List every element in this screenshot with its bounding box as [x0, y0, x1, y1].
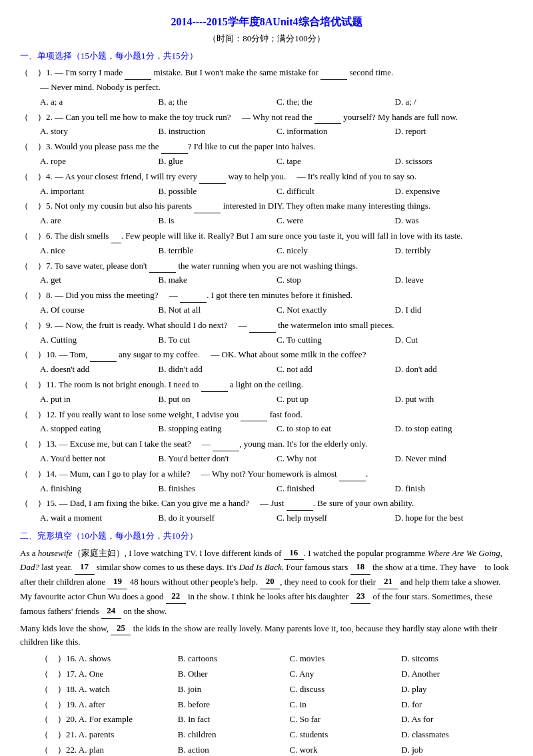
q17-paren: （ ） [40, 667, 66, 681]
q11-optC: C. put up [276, 393, 395, 407]
question-19: （ ） 19. A. after B. before C. in D. for [20, 698, 513, 712]
q2-line: （ ） 2. — Can you tell me how to make the… [20, 111, 513, 125]
q3-paren: （ ） [20, 140, 46, 154]
q6-optD: D. terribly [395, 244, 514, 258]
question-7: （ ） 7. To save water, please don't the w… [20, 259, 513, 288]
q21-optC: C. students [290, 728, 402, 742]
q17-optC: C. Any [290, 667, 402, 681]
q10-optA: A. doesn't add [40, 363, 159, 377]
q13-optD: D. Never mind [395, 452, 514, 466]
q13-optA: A. You'd better not [40, 452, 159, 466]
question-5: （ ） 5. Not only my cousin but also his p… [20, 199, 513, 228]
q9-optA: A. Cutting [40, 333, 159, 347]
cloze-p2: Many kids love the show, 25 the kids in … [20, 623, 497, 647]
q2-options: A. story B. instruction C. information D… [40, 125, 513, 139]
question-14: （ ） 14. — Mum, can I go to play for a wh… [20, 467, 513, 496]
q16-optB: B. cartoons [178, 652, 290, 666]
main-title: 2014----2015学年度8AUnit4综合培优试题 [20, 13, 513, 31]
question-4: （ ） 4. — As your closest friend, I will … [20, 170, 513, 199]
q18-optB: B. join [178, 683, 290, 697]
q21-paren: （ ） [40, 728, 66, 742]
q3-optB: B. glue [159, 155, 277, 169]
q8-text: 8. — Did you miss the meeting? — . I got… [46, 289, 352, 303]
q20-paren: （ ） [40, 713, 66, 727]
q6-optB: B. terrible [159, 244, 277, 258]
question-3: （ ） 3. Would you please pass me the ? I'… [20, 140, 513, 169]
q8-optB: B. Not at all [159, 303, 277, 317]
q7-options: A. get B. make C. stop D. leave [40, 273, 513, 287]
q20-optB: B. In fact [178, 713, 290, 727]
q8-optD: D. I did [395, 303, 514, 317]
cloze-passage: As a housewife（家庭主妇）, I love watching TV… [20, 546, 513, 619]
question-18: （ ） 18. A. watch B. join C. discuss D. p… [20, 683, 513, 697]
q6-text: 6. The dish smells . Few people will lik… [46, 229, 462, 243]
q14-line: （ ） 14. — Mum, can I go to play for a wh… [20, 467, 513, 481]
q12-paren: （ ） [20, 408, 46, 422]
q21-optB: B. children [178, 728, 290, 742]
q15-line: （ ） 15. — Dad, I am fixing the bike. Can… [20, 497, 513, 511]
q9-text: 9. — Now, the fruit is ready. What shoul… [46, 319, 394, 333]
question-2: （ ） 2. — Can you tell me how to make the… [20, 111, 513, 139]
q14-options: A. finishing B. finishes C. finished D. … [40, 482, 513, 496]
q1-optB: B. a; the [159, 95, 277, 109]
q4-optC: C. difficult [276, 185, 395, 199]
q6-paren: （ ） [20, 229, 46, 243]
q18-optD: D. play [401, 683, 513, 697]
q6-line: （ ） 6. The dish smells . Few people will… [20, 229, 513, 243]
q1-optD: D. a; / [395, 95, 514, 109]
q22-optD: D. job [401, 743, 513, 756]
q10-paren: （ ） [20, 348, 46, 362]
q8-options: A. Of course B. Not at all C. Not exactl… [40, 303, 513, 317]
q7-optB: B. make [159, 273, 277, 287]
q2-paren: （ ） [20, 111, 46, 125]
q15-text: 15. — Dad, I am fixing the bike. Can you… [46, 497, 414, 511]
q2-text: 2. — Can you tell me how to make the toy… [46, 111, 458, 125]
q3-line: （ ） 3. Would you please pass me the ? I'… [20, 140, 513, 154]
q21-options: （ ） 21. A. parents B. children C. studen… [40, 728, 513, 742]
q5-optB: B. is [159, 214, 277, 228]
question-8: （ ） 8. — Did you miss the meeting? — . I… [20, 289, 513, 317]
question-6: （ ） 6. The dish smells . Few people will… [20, 229, 513, 258]
q2-optD: D. report [395, 125, 514, 139]
q2-optA: A. story [40, 125, 159, 139]
q18-paren: （ ） [40, 683, 66, 697]
q7-optC: C. stop [276, 273, 395, 287]
question-21: （ ） 21. A. parents B. children C. studen… [20, 728, 513, 742]
question-22: （ ） 22. A. plan B. action C. work D. job [20, 743, 513, 756]
q8-paren: （ ） [20, 289, 46, 303]
q19-options: （ ） 19. A. after B. before C. in D. for [40, 698, 513, 712]
q10-optC: C. not add [276, 363, 395, 377]
question-11: （ ） 11. The room is not bright enough. I… [20, 378, 513, 407]
q11-options: A. put in B. put on C. put up D. put wit… [40, 393, 513, 407]
question-1: （ ） 1. — I'm sorry I made mistake. But I… [20, 66, 513, 109]
q5-optA: A. are [40, 214, 159, 228]
sub-title: （时间：80分钟；满分100分） [20, 32, 513, 46]
q10-optB: B. didn't add [159, 363, 277, 377]
q20-optD: D. As for [401, 713, 513, 727]
q10-line: （ ） 10. — Tom, any sugar to my coffee. —… [20, 348, 513, 362]
q16-options: （ ） 16. A. shows B. cartoons C. movies D… [40, 652, 513, 666]
q5-optD: D. was [395, 214, 514, 228]
q7-text: 7. To save water, please don't the water… [46, 259, 358, 273]
question-12: （ ） 12. If you really want to lose some … [20, 408, 513, 437]
q6-options: A. nice B. terrible C. nicely D. terribl… [40, 244, 513, 258]
q13-line: （ ） 13. — Excuse me, but can I take the … [20, 437, 513, 451]
q12-optD: D. to stop eating [395, 422, 514, 436]
q15-paren: （ ） [20, 497, 46, 511]
q14-optC: C. finished [276, 482, 395, 496]
q17-optA: 17. A. One [66, 667, 178, 681]
q16-optA: 16. A. shows [66, 652, 178, 666]
q22-options: （ ） 22. A. plan B. action C. work D. job [40, 743, 513, 756]
cloze-p1: As a housewife（家庭主妇）, I love watching TV… [20, 548, 509, 616]
q4-line: （ ） 4. — As your closest friend, I will … [20, 170, 513, 184]
q19-optB: B. before [178, 698, 290, 712]
q13-paren: （ ） [20, 437, 46, 451]
q20-optC: C. So far [290, 713, 402, 727]
question-16: （ ） 16. A. shows B. cartoons C. movies D… [20, 652, 513, 666]
q18-options: （ ） 18. A. watch B. join C. discuss D. p… [40, 683, 513, 697]
question-10: （ ） 10. — Tom, any sugar to my coffee. —… [20, 348, 513, 377]
q14-optD: D. finish [395, 482, 514, 496]
q3-options: A. rope B. glue C. tape D. scissors [40, 155, 513, 169]
q4-text: 4. — As your closest friend, I will try … [46, 170, 416, 184]
q14-optA: A. finishing [40, 482, 159, 496]
